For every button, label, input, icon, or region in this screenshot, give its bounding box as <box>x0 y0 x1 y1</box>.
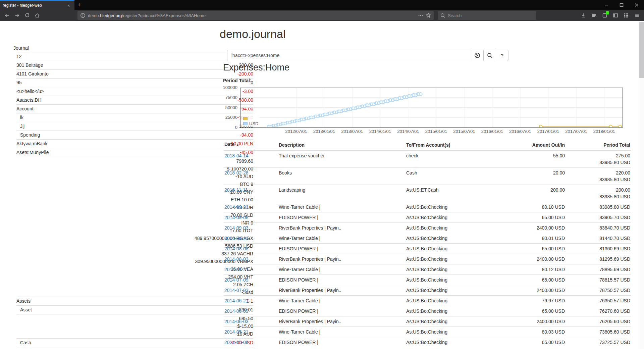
period-total-cell: 200.0083985.80 USD <box>566 185 631 202</box>
window-minimize-button[interactable] <box>599 0 614 10</box>
period-total-cell: 73725.57 USD <box>566 337 631 348</box>
sidebar-account-link[interactable]: 4101 Girokonto <box>16 70 49 78</box>
period-total-cell: 78750.57 USD <box>566 285 631 296</box>
window-close-button[interactable] <box>629 0 644 10</box>
transaction-date-link[interactable]: 2014-08-03 <box>224 256 249 262</box>
page-scrollbar[interactable] <box>639 21 644 349</box>
library-icon[interactable] <box>589 11 598 20</box>
menu-icon[interactable] <box>632 11 641 20</box>
amount-cell: 80.10 USD <box>503 202 566 212</box>
account-cell: As:US:Bo:Checking <box>406 223 503 233</box>
browser-search-bar[interactable]: Search <box>438 11 536 20</box>
sidebar-account-link[interactable]: Account <box>16 105 34 113</box>
sidebar-toggle-icon[interactable] <box>611 11 620 20</box>
date-cell: 2014-05-08 <box>224 337 278 348</box>
sidebar-account-link[interactable]: 12 <box>16 53 22 60</box>
transaction-date-link[interactable]: 2014-08-08 <box>224 246 249 251</box>
sidebar-account-link[interactable]: Spending <box>16 131 40 139</box>
sidebar-account-link[interactable]: Aaasets:DH <box>16 96 42 104</box>
transaction-date-link[interactable]: 2014-06-21 <box>224 298 249 303</box>
account-cell: As:US:ET:Cash <box>406 185 503 202</box>
browser-tab[interactable]: register - hledger-web × <box>0 0 74 10</box>
period-total-line: 78815.57 USD <box>566 277 630 283</box>
register-row: 2016-11-11LandscapingAs:US:ET:Cash200.00… <box>224 185 631 202</box>
sidebar-account-link[interactable]: Asets:MunyPile <box>16 149 49 156</box>
submit-search-button[interactable] <box>483 50 496 61</box>
transaction-date-link[interactable]: 2014-09-03 <box>224 225 249 231</box>
date-cell: 2014-07-21 <box>224 264 278 275</box>
period-total-cell: 220.0083985.80 USD <box>566 168 631 185</box>
page-actions-icon[interactable] <box>418 13 423 18</box>
account-cell: As:US:Bo:Checking <box>406 316 503 327</box>
browser-toolbar: demo.hledger.org/register?q=inacct%3AExp… <box>0 10 644 21</box>
reload-icon[interactable] <box>22 11 32 20</box>
sidebar-account-row: 120 <box>16 52 253 61</box>
register-row: 2014-07-09EDISON POWER |As:US:Bo:Checkin… <box>224 275 631 285</box>
window-maximize-button[interactable] <box>614 0 629 10</box>
forward-icon[interactable] <box>12 11 22 20</box>
period-total-cell: 83840.70 USD <box>566 223 631 233</box>
date-cell: 2018-02-28 <box>224 168 278 185</box>
downloads-icon[interactable] <box>579 11 588 20</box>
new-tab-button[interactable]: + <box>74 0 85 10</box>
transaction-date-link[interactable]: 2014-05-08 <box>224 340 249 345</box>
site-info-icon[interactable] <box>80 13 86 18</box>
sidebar-account-link[interactable]: 301 Beiträge <box>16 61 43 69</box>
transaction-date-link[interactable]: 2016-11-11 <box>224 187 248 193</box>
sidebar-account-link[interactable]: Jij <box>16 122 24 130</box>
sidebar-account-link[interactable]: 95 <box>16 79 22 87</box>
query-input[interactable] <box>227 50 471 61</box>
extension-icon[interactable] <box>600 11 609 20</box>
tab-close-icon[interactable]: × <box>66 2 72 8</box>
sidebar-account-link[interactable]: <u>hello</u> <box>16 88 44 95</box>
sidebar-journal-link[interactable]: Journal <box>13 45 29 51</box>
transaction-date-link[interactable]: 2014-05-21 <box>224 329 249 335</box>
page-scrollbar-thumb[interactable] <box>639 22 644 78</box>
sidebar-account-balance: -117.00 <box>238 348 253 349</box>
clear-query-button[interactable] <box>471 50 484 61</box>
transaction-date-link[interactable]: 2014-07-09 <box>224 277 249 283</box>
description-cell: Wine-Tarner Cable | <box>278 233 406 244</box>
balance-amount: -117.00 <box>238 348 253 349</box>
bookmark-star-icon[interactable] <box>426 13 431 18</box>
sidebar-account-link[interactable]: Cash <box>16 339 31 347</box>
register-row: 2018-02-28BooksCash20.00220.0083985.80 U… <box>224 168 631 185</box>
browser-tab-bar: register - hledger-web × + <box>0 0 644 10</box>
chart-x-tick: 2014/07/01 <box>395 129 422 134</box>
home-icon[interactable] <box>32 11 42 20</box>
transaction-date-link[interactable]: 2014-08-22 <box>224 236 249 241</box>
transaction-date-link[interactable]: 2018-04-14 <box>224 153 249 158</box>
transaction-date-link[interactable]: 2014-06-09 <box>224 308 249 314</box>
period-total-line: 76205.60 USD <box>566 318 630 325</box>
sidebar-account-link[interactable]: Aktywa:mBank <box>16 140 48 148</box>
period-total-cell: 81295.69 USD <box>566 254 631 264</box>
transaction-date-link[interactable]: 2014-09-08 <box>224 215 249 220</box>
browser-search-placeholder: Search <box>448 13 462 18</box>
url-bar[interactable]: demo.hledger.org/register?q=inacct%3AExp… <box>77 11 434 20</box>
help-button[interactable]: ? <box>496 50 508 61</box>
account-cell: As:US:Bo:Checking <box>406 285 503 296</box>
back-icon[interactable] <box>2 11 12 20</box>
sidebar-account-row: Asets:MunyPile-45.00 <box>16 148 253 157</box>
transaction-date-link[interactable]: 2018-02-28 <box>224 170 249 176</box>
sidebar-account-row: Aktywa:mBank-10.00 PLN <box>16 139 253 148</box>
sidebar-account-link[interactable]: Asset <box>16 306 32 314</box>
sidebar-account-link[interactable]: lk <box>16 114 23 121</box>
apps-grid-icon[interactable] <box>622 11 631 20</box>
column-header-date[interactable]: Date▲ <box>224 139 278 150</box>
transaction-date-link[interactable]: 2014-09-23 <box>224 204 249 210</box>
transaction-date-link[interactable]: 2014-07-21 <box>224 267 249 272</box>
search-icon <box>440 13 445 18</box>
period-total-cell: 73805.60 USD <box>566 327 631 337</box>
date-cell: 2014-05-21 <box>224 327 278 337</box>
register-row: 2018-04-14Trial expense vouchercheck55.0… <box>224 150 631 168</box>
transaction-date-link[interactable]: 2014-07-03 <box>224 288 249 293</box>
transaction-date-link[interactable]: 2014-06-03 <box>224 319 249 324</box>
sidebar-account-link[interactable]: Assets <box>16 297 31 305</box>
description-cell: RiverBank Properties | Payin.. <box>278 254 406 264</box>
chart-x-tick: 2013/01/01 <box>311 129 337 134</box>
chart-y-tick: 75000 <box>204 95 237 100</box>
account-cell: As:US:Bo:Checking <box>406 212 503 223</box>
period-total-cell: 275.0083985.80 USD <box>566 150 631 168</box>
period-total-cell: 76205.60 USD <box>566 316 631 327</box>
